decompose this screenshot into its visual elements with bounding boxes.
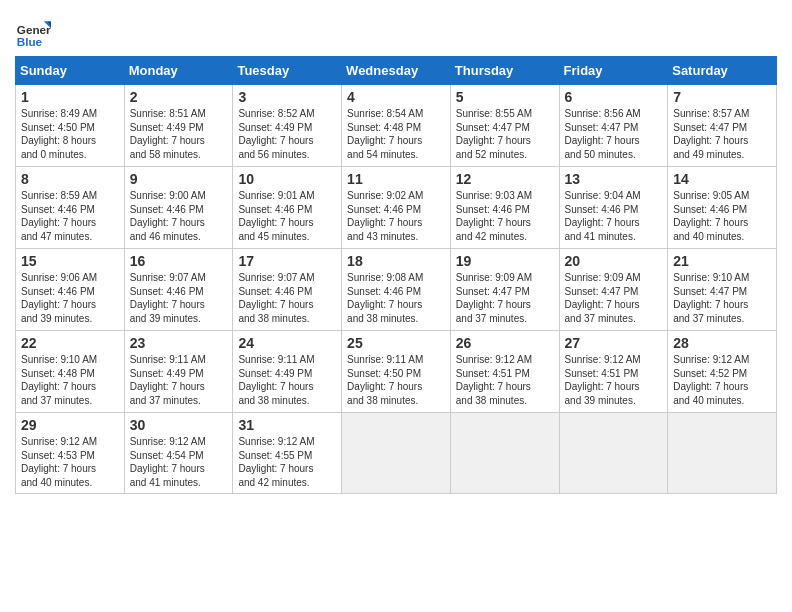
calendar-cell: 22Sunrise: 9:10 AM Sunset: 4:48 PM Dayli… <box>16 331 125 413</box>
day-number: 13 <box>565 171 664 187</box>
svg-text:Blue: Blue <box>17 35 43 48</box>
cell-info: Sunrise: 9:11 AM Sunset: 4:50 PM Dayligh… <box>347 353 446 407</box>
day-number: 1 <box>21 89 120 105</box>
calendar-cell: 28Sunrise: 9:12 AM Sunset: 4:52 PM Dayli… <box>668 331 777 413</box>
cell-info: Sunrise: 9:09 AM Sunset: 4:47 PM Dayligh… <box>456 271 555 325</box>
calendar-cell: 18Sunrise: 9:08 AM Sunset: 4:46 PM Dayli… <box>342 249 451 331</box>
day-number: 7 <box>673 89 772 105</box>
cell-info: Sunrise: 9:10 AM Sunset: 4:47 PM Dayligh… <box>673 271 772 325</box>
header: General Blue <box>15 10 777 50</box>
calendar-cell: 11Sunrise: 9:02 AM Sunset: 4:46 PM Dayli… <box>342 167 451 249</box>
cell-info: Sunrise: 9:09 AM Sunset: 4:47 PM Dayligh… <box>565 271 664 325</box>
calendar-cell: 29Sunrise: 9:12 AM Sunset: 4:53 PM Dayli… <box>16 413 125 494</box>
calendar-cell: 21Sunrise: 9:10 AM Sunset: 4:47 PM Dayli… <box>668 249 777 331</box>
calendar-cell: 14Sunrise: 9:05 AM Sunset: 4:46 PM Dayli… <box>668 167 777 249</box>
calendar-cell: 17Sunrise: 9:07 AM Sunset: 4:46 PM Dayli… <box>233 249 342 331</box>
calendar-cell <box>559 413 668 494</box>
calendar-cell: 7Sunrise: 8:57 AM Sunset: 4:47 PM Daylig… <box>668 85 777 167</box>
day-number: 26 <box>456 335 555 351</box>
cell-info: Sunrise: 8:49 AM Sunset: 4:50 PM Dayligh… <box>21 107 120 161</box>
calendar-cell: 5Sunrise: 8:55 AM Sunset: 4:47 PM Daylig… <box>450 85 559 167</box>
day-number: 21 <box>673 253 772 269</box>
day-number: 20 <box>565 253 664 269</box>
cell-info: Sunrise: 8:51 AM Sunset: 4:49 PM Dayligh… <box>130 107 229 161</box>
calendar-cell: 15Sunrise: 9:06 AM Sunset: 4:46 PM Dayli… <box>16 249 125 331</box>
day-number: 16 <box>130 253 229 269</box>
day-header-friday: Friday <box>559 57 668 85</box>
day-number: 31 <box>238 417 337 433</box>
calendar-cell <box>668 413 777 494</box>
day-number: 6 <box>565 89 664 105</box>
day-number: 19 <box>456 253 555 269</box>
day-number: 17 <box>238 253 337 269</box>
day-number: 10 <box>238 171 337 187</box>
cell-info: Sunrise: 9:10 AM Sunset: 4:48 PM Dayligh… <box>21 353 120 407</box>
day-number: 12 <box>456 171 555 187</box>
cell-info: Sunrise: 9:12 AM Sunset: 4:53 PM Dayligh… <box>21 435 120 489</box>
calendar-cell: 8Sunrise: 8:59 AM Sunset: 4:46 PM Daylig… <box>16 167 125 249</box>
day-number: 5 <box>456 89 555 105</box>
cell-info: Sunrise: 9:12 AM Sunset: 4:52 PM Dayligh… <box>673 353 772 407</box>
day-number: 18 <box>347 253 446 269</box>
logo: General Blue <box>15 14 55 50</box>
day-number: 11 <box>347 171 446 187</box>
week-row-2: 8Sunrise: 8:59 AM Sunset: 4:46 PM Daylig… <box>16 167 777 249</box>
header-row: SundayMondayTuesdayWednesdayThursdayFrid… <box>16 57 777 85</box>
cell-info: Sunrise: 9:02 AM Sunset: 4:46 PM Dayligh… <box>347 189 446 243</box>
cell-info: Sunrise: 9:07 AM Sunset: 4:46 PM Dayligh… <box>238 271 337 325</box>
cell-info: Sunrise: 9:03 AM Sunset: 4:46 PM Dayligh… <box>456 189 555 243</box>
calendar-cell: 20Sunrise: 9:09 AM Sunset: 4:47 PM Dayli… <box>559 249 668 331</box>
calendar-cell: 9Sunrise: 9:00 AM Sunset: 4:46 PM Daylig… <box>124 167 233 249</box>
day-number: 23 <box>130 335 229 351</box>
calendar-cell: 1Sunrise: 8:49 AM Sunset: 4:50 PM Daylig… <box>16 85 125 167</box>
calendar-cell: 24Sunrise: 9:11 AM Sunset: 4:49 PM Dayli… <box>233 331 342 413</box>
calendar-cell: 2Sunrise: 8:51 AM Sunset: 4:49 PM Daylig… <box>124 85 233 167</box>
week-row-1: 1Sunrise: 8:49 AM Sunset: 4:50 PM Daylig… <box>16 85 777 167</box>
day-number: 25 <box>347 335 446 351</box>
calendar-cell: 13Sunrise: 9:04 AM Sunset: 4:46 PM Dayli… <box>559 167 668 249</box>
day-number: 27 <box>565 335 664 351</box>
cell-info: Sunrise: 9:04 AM Sunset: 4:46 PM Dayligh… <box>565 189 664 243</box>
calendar-cell <box>450 413 559 494</box>
cell-info: Sunrise: 8:59 AM Sunset: 4:46 PM Dayligh… <box>21 189 120 243</box>
day-number: 9 <box>130 171 229 187</box>
week-row-3: 15Sunrise: 9:06 AM Sunset: 4:46 PM Dayli… <box>16 249 777 331</box>
calendar-cell: 10Sunrise: 9:01 AM Sunset: 4:46 PM Dayli… <box>233 167 342 249</box>
cell-info: Sunrise: 8:54 AM Sunset: 4:48 PM Dayligh… <box>347 107 446 161</box>
calendar-cell: 25Sunrise: 9:11 AM Sunset: 4:50 PM Dayli… <box>342 331 451 413</box>
cell-info: Sunrise: 9:06 AM Sunset: 4:46 PM Dayligh… <box>21 271 120 325</box>
calendar-cell: 3Sunrise: 8:52 AM Sunset: 4:49 PM Daylig… <box>233 85 342 167</box>
day-number: 28 <box>673 335 772 351</box>
day-number: 24 <box>238 335 337 351</box>
cell-info: Sunrise: 9:05 AM Sunset: 4:46 PM Dayligh… <box>673 189 772 243</box>
day-header-saturday: Saturday <box>668 57 777 85</box>
day-number: 22 <box>21 335 120 351</box>
calendar-cell: 19Sunrise: 9:09 AM Sunset: 4:47 PM Dayli… <box>450 249 559 331</box>
day-number: 15 <box>21 253 120 269</box>
day-number: 30 <box>130 417 229 433</box>
cell-info: Sunrise: 8:52 AM Sunset: 4:49 PM Dayligh… <box>238 107 337 161</box>
calendar-cell: 31Sunrise: 9:12 AM Sunset: 4:55 PM Dayli… <box>233 413 342 494</box>
cell-info: Sunrise: 9:11 AM Sunset: 4:49 PM Dayligh… <box>130 353 229 407</box>
logo-icon: General Blue <box>15 14 51 50</box>
cell-info: Sunrise: 8:57 AM Sunset: 4:47 PM Dayligh… <box>673 107 772 161</box>
cell-info: Sunrise: 9:12 AM Sunset: 4:54 PM Dayligh… <box>130 435 229 489</box>
calendar-table: SundayMondayTuesdayWednesdayThursdayFrid… <box>15 56 777 494</box>
calendar-cell: 6Sunrise: 8:56 AM Sunset: 4:47 PM Daylig… <box>559 85 668 167</box>
day-number: 4 <box>347 89 446 105</box>
calendar-cell: 12Sunrise: 9:03 AM Sunset: 4:46 PM Dayli… <box>450 167 559 249</box>
day-number: 2 <box>130 89 229 105</box>
week-row-4: 22Sunrise: 9:10 AM Sunset: 4:48 PM Dayli… <box>16 331 777 413</box>
calendar-cell: 23Sunrise: 9:11 AM Sunset: 4:49 PM Dayli… <box>124 331 233 413</box>
cell-info: Sunrise: 9:12 AM Sunset: 4:55 PM Dayligh… <box>238 435 337 489</box>
calendar-cell: 27Sunrise: 9:12 AM Sunset: 4:51 PM Dayli… <box>559 331 668 413</box>
cell-info: Sunrise: 9:11 AM Sunset: 4:49 PM Dayligh… <box>238 353 337 407</box>
calendar-cell: 16Sunrise: 9:07 AM Sunset: 4:46 PM Dayli… <box>124 249 233 331</box>
cell-info: Sunrise: 8:55 AM Sunset: 4:47 PM Dayligh… <box>456 107 555 161</box>
cell-info: Sunrise: 9:12 AM Sunset: 4:51 PM Dayligh… <box>565 353 664 407</box>
cell-info: Sunrise: 9:00 AM Sunset: 4:46 PM Dayligh… <box>130 189 229 243</box>
day-number: 29 <box>21 417 120 433</box>
calendar-cell <box>342 413 451 494</box>
calendar-cell: 4Sunrise: 8:54 AM Sunset: 4:48 PM Daylig… <box>342 85 451 167</box>
cell-info: Sunrise: 9:08 AM Sunset: 4:46 PM Dayligh… <box>347 271 446 325</box>
